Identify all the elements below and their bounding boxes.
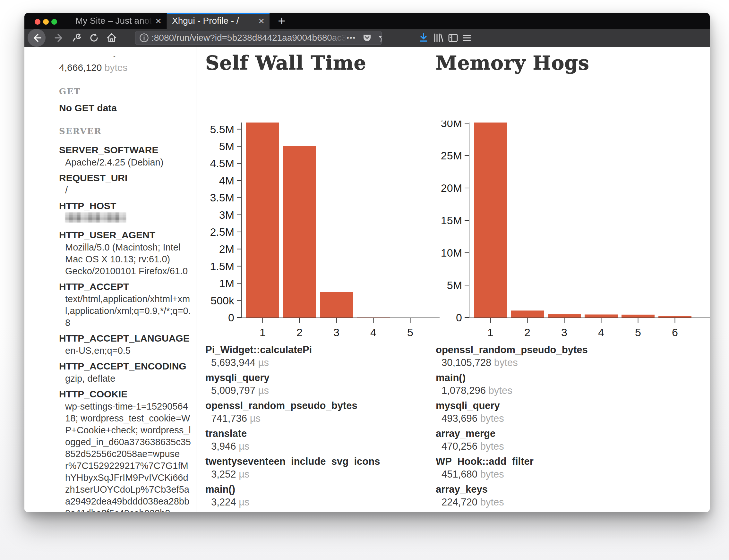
function-name: array_keys [436,483,588,496]
reload-button[interactable] [89,32,99,43]
page-content: Memory 4,666,120 bytes GET No GET data S… [24,47,710,512]
legend-item: array_keys224,720 bytes [436,483,588,509]
download-icon [418,32,429,44]
server-param-value: gzip, deflate [65,373,191,385]
close-window-button[interactable] [35,19,40,25]
function-name: mysqli_query [436,399,588,412]
page-actions-dots-icon[interactable]: ••• [346,34,356,42]
y-axis-tick-label: 0 [228,311,234,324]
x-axis-label: 5 [407,326,413,338]
x-axis-label: 5 [635,326,641,338]
bar[interactable] [283,146,316,318]
function-value: 1,078,296 bytes [442,384,588,397]
server-param-value: text/html,application/xhtml+xml,applicat… [65,293,191,329]
hamburger-menu-icon [462,32,472,43]
function-value: 224,720 bytes [442,496,588,509]
navigation-toolbar: :8080/run/view?id=5b238d84421aa9004b680a… [24,29,710,47]
self-wall-time-legend: Pi_Widget::calculatePi5,693,944 µsmysqli… [205,344,380,511]
y-axis-tick-label: 20M [441,182,462,194]
back-arrow-icon [31,32,42,43]
x-axis-label: 2 [296,326,302,338]
home-button[interactable] [106,32,117,44]
bar[interactable] [511,310,544,318]
sidebar-toggle-button[interactable] [447,32,459,44]
back-button[interactable] [28,29,46,47]
tab-close-icon[interactable]: × [155,16,161,26]
x-axis-label: 1 [488,326,494,338]
tab-close-icon[interactable]: × [258,16,264,26]
chart-title: Self Wall Time [205,52,367,74]
zoom-window-button[interactable] [51,19,57,25]
bar[interactable] [585,315,618,318]
y-axis-tick-label: 5M [447,279,462,291]
bar[interactable] [246,123,279,318]
menu-button[interactable] [462,32,472,43]
sidebar-panel-icon [447,32,459,44]
self-wall-time-chart: 0500k1M1.5M2M2.5M3M3.5M4M4.5M5M5.5M12345… [205,121,440,346]
chart-title: Memory Hogs [436,52,589,74]
value-unit: µs [258,357,269,368]
server-param-key: REQUEST_URI [59,172,184,184]
tab-xhgui-profile[interactable]: Xhgui - Profile - / × [167,13,269,29]
library-books-icon [433,32,444,44]
url-text: :8080/run/view?id=5b238d84421aa9004b680a… [151,33,346,43]
function-name: openssl_random_pseudo_bytes [436,344,588,356]
library-button[interactable] [433,32,444,44]
y-axis-tick-label: 1M [219,277,234,289]
function-name: main() [436,371,588,384]
legend-item: openssl_random_pseudo_bytes741,736 µs [205,399,380,425]
new-tab-button[interactable]: + [273,13,290,29]
tab-bar: My Site – Just another WordPress s × Xhg… [24,13,710,29]
x-axis-label: 4 [598,326,604,338]
url-bar[interactable]: :8080/run/view?id=5b238d84421aa9004b680a… [135,31,382,45]
function-value: 3,224 µs [211,496,380,509]
legend-item: main()1,078,296 bytes [436,371,588,397]
server-param-key: HTTP_ACCEPT_LANGUAGE [59,332,184,345]
value-unit: µs [239,441,249,452]
y-axis-tick-label: 15M [441,214,462,226]
bar-chart-svg: 05M10M15M20M25M30M123456 [436,121,710,345]
memory-hogs-legend: openssl_random_pseudo_bytes30,105,728 by… [436,344,588,511]
function-value: 5,009,797 µs [211,384,380,397]
value-unit: bytes [494,357,518,368]
downloads-button[interactable] [418,32,429,44]
x-axis-label: 4 [370,326,377,338]
function-value: 5,693,944 µs [211,356,380,369]
site-info-icon[interactable] [139,33,149,43]
tab-my-site[interactable]: My Site – Just another WordPress s × [70,13,167,29]
minimize-window-button[interactable] [43,19,49,25]
summary-memory-value: 4,666,120 bytes [59,62,184,74]
y-axis-tick-label: 25M [441,149,462,162]
server-section-heading: SERVER [59,126,184,136]
function-value: 3,946 µs [211,440,380,453]
function-value: 30,105,728 bytes [442,356,588,369]
home-icon [106,32,117,44]
value-unit: bytes [480,441,504,452]
forward-arrow-icon [54,32,65,43]
server-param-key: SERVER_SOFTWARE [59,144,184,157]
function-value: 3,252 µs [211,468,380,481]
bar[interactable] [658,316,691,318]
memory-hogs-chart: 05M10M15M20M25M30M123456 [436,121,710,346]
tab-title: Xhgui - Profile - / [172,16,255,26]
server-param-value [65,212,191,225]
function-name: openssl_random_pseudo_bytes [205,399,380,412]
bar[interactable] [548,314,581,318]
bookmark-star-icon[interactable] [378,33,382,43]
forward-button[interactable] [54,32,65,43]
bar[interactable] [320,292,353,318]
y-axis-tick-label: 0 [456,311,462,324]
function-name: mysqli_query [205,371,380,384]
bar[interactable] [474,123,507,318]
y-axis-tick-label: 4M [219,174,234,187]
function-name: WP_Hook::add_filter [436,455,588,468]
x-axis-label: 3 [333,326,339,338]
page-actions-button[interactable] [71,32,82,43]
x-axis-label: 2 [524,326,530,338]
pocket-icon[interactable] [362,33,372,43]
value-unit: µs [239,496,249,508]
y-axis-tick-label: 2M [219,243,234,255]
bar[interactable] [622,315,655,318]
legend-item: main()3,224 µs [205,483,380,509]
function-value: 493,696 bytes [442,412,588,425]
